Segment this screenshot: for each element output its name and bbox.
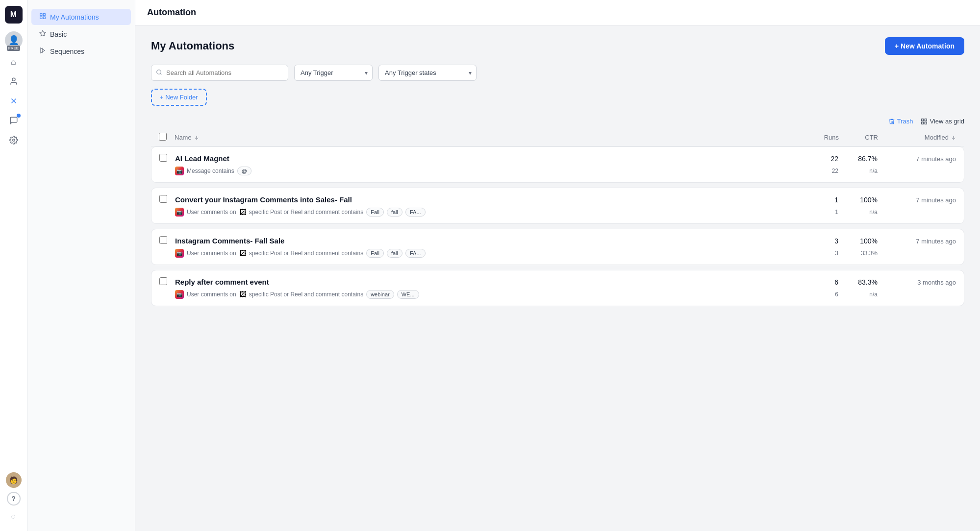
nav-sidebar: My Automations Basic Sequences — [27, 0, 135, 531]
settings-icon[interactable] — [5, 131, 23, 149]
row2-trigger-text: User comments on — [187, 209, 236, 216]
svg-rect-7 — [43, 17, 45, 19]
row1-title[interactable]: AI Lead Magnet — [175, 154, 229, 163]
row4-trigger-text2: specific Post or Reel and comment contai… — [249, 291, 363, 298]
home-icon[interactable]: ⌂ — [5, 53, 23, 71]
basic-icon — [39, 30, 46, 38]
trash-label: Trash — [897, 118, 913, 125]
row3-modified: 7 minutes ago — [878, 238, 956, 245]
row3-name: Instagram Comments- Fall Sale — [175, 237, 799, 245]
trash-icon — [888, 118, 895, 125]
table-header: Name Runs CTR Modified — [151, 129, 964, 146]
contacts-icon[interactable] — [5, 72, 23, 90]
row2-trigger-text2: specific Post or Reel and comment contai… — [249, 209, 363, 216]
row1-sub: 📷 Message contains @ 22 n/a — [159, 167, 956, 175]
row4-modified: 3 months ago — [878, 279, 956, 286]
row1-sub-ctr: n/a — [838, 168, 878, 174]
svg-line-12 — [160, 73, 161, 74]
sidebar-item-sequences[interactable]: Sequences — [31, 43, 131, 59]
select-all-checkbox[interactable] — [159, 133, 167, 141]
free-badge: FREE — [7, 46, 20, 51]
row1-ctr: 86.7% — [838, 155, 878, 163]
row2-checkbox[interactable] — [159, 195, 167, 203]
actions-row: Trash View as grid — [151, 118, 964, 125]
view-grid-label: View as grid — [930, 118, 964, 125]
row4-tag-2: WE... — [397, 290, 419, 299]
row1-sub-runs: 22 — [799, 168, 838, 174]
user-profile-avatar[interactable]: 🧑 — [6, 472, 22, 488]
row2-tag-1: Fall — [366, 208, 384, 217]
automations-icon[interactable] — [5, 92, 23, 110]
row-main-1: AI Lead Magnet 22 86.7% 7 minutes ago — [159, 154, 956, 164]
row4-check[interactable] — [159, 277, 175, 287]
my-automations-icon — [39, 13, 46, 21]
row1-trigger: 📷 Message contains @ — [175, 167, 799, 175]
view-grid-button[interactable]: View as grid — [921, 118, 964, 125]
trigger-filter[interactable]: Any Trigger — [294, 65, 373, 81]
row1-checkbox[interactable] — [159, 154, 167, 162]
sidebar-item-basic[interactable]: Basic — [31, 26, 131, 42]
search-wrap — [151, 65, 288, 81]
section-title: My Automations — [151, 40, 234, 52]
new-automation-button[interactable]: + New Automation — [885, 37, 964, 55]
sidebar-item-my-automations[interactable]: My Automations — [31, 9, 131, 25]
topbar: Automation — [135, 0, 980, 25]
row2-title[interactable]: Convert your Instagram Comments into Sal… — [175, 195, 352, 204]
row3-runs: 3 — [799, 237, 838, 245]
row4-name: Reply after comment event — [175, 278, 799, 287]
row3-check[interactable] — [159, 236, 175, 246]
content-area: My Automations + New Automation Any Trig… — [135, 25, 980, 531]
trigger-state-filter[interactable]: Any Trigger states — [378, 65, 477, 81]
row2-check[interactable] — [159, 195, 175, 205]
new-folder-button[interactable]: + New Folder — [151, 89, 207, 106]
row4-runs: 6 — [799, 278, 838, 286]
table-row: Reply after comment event 6 83.3% 3 mont… — [151, 270, 964, 306]
row2-modified: 7 minutes ago — [878, 196, 956, 204]
icon-sidebar: M 👤 FREE ⌂ 🧑 ? ○ — [0, 0, 27, 531]
row3-sub-runs: 3 — [799, 250, 838, 257]
row-main-2: Convert your Instagram Comments into Sal… — [159, 195, 956, 205]
row1-check[interactable] — [159, 154, 175, 164]
row4-checkbox[interactable] — [159, 277, 167, 285]
automations-table: AI Lead Magnet 22 86.7% 7 minutes ago 📷 … — [151, 146, 964, 306]
user-avatar[interactable]: 👤 FREE — [5, 31, 23, 49]
row4-tag-1: webinar — [366, 290, 394, 299]
row1-name: AI Lead Magnet — [175, 154, 799, 163]
svg-rect-14 — [925, 119, 927, 121]
help-icon[interactable]: ? — [7, 492, 21, 506]
row3-sub-ctr: 33.3% — [838, 250, 878, 257]
header-runs: Runs — [800, 134, 839, 141]
table-row: Convert your Instagram Comments into Sal… — [151, 188, 964, 224]
row4-sub: 📷 User comments on 🖼 specific Post or Re… — [159, 290, 956, 299]
row3-checkbox[interactable] — [159, 236, 167, 244]
row4-sub-ctr: n/a — [838, 291, 878, 298]
svg-point-3 — [12, 139, 15, 142]
row4-trigger: 📷 User comments on 🖼 specific Post or Re… — [175, 290, 799, 299]
modified-sort-icon — [951, 135, 956, 141]
svg-rect-6 — [40, 17, 42, 19]
sort-icon — [194, 135, 200, 141]
header-name[interactable]: Name — [175, 134, 800, 141]
table-row: AI Lead Magnet 22 86.7% 7 minutes ago 📷 … — [151, 146, 964, 183]
row4-ctr: 83.3% — [838, 278, 878, 286]
messages-icon[interactable] — [5, 112, 23, 129]
row3-trigger-text: User comments on — [187, 250, 236, 257]
header-ctr: CTR — [839, 134, 878, 141]
svg-point-11 — [157, 70, 161, 74]
svg-rect-4 — [40, 14, 42, 16]
header-modified[interactable]: Modified — [878, 134, 956, 141]
row1-modified: 7 minutes ago — [878, 155, 956, 163]
filters-row: Any Trigger Any Trigger states — [151, 65, 964, 81]
row1-runs: 22 — [799, 155, 838, 163]
row2-sub-runs: 1 — [799, 209, 838, 216]
svg-rect-15 — [922, 122, 924, 124]
search-input[interactable] — [151, 65, 288, 81]
row3-title[interactable]: Instagram Comments- Fall Sale — [175, 237, 284, 245]
row4-title[interactable]: Reply after comment event — [175, 278, 269, 286]
row3-ctr: 100% — [838, 237, 878, 245]
search-icon — [156, 69, 162, 77]
header-check[interactable] — [159, 133, 175, 142]
row4-trigger-text: User comments on — [187, 291, 236, 298]
trash-button[interactable]: Trash — [888, 118, 913, 125]
row-main-3: Instagram Comments- Fall Sale 3 100% 7 m… — [159, 236, 956, 246]
